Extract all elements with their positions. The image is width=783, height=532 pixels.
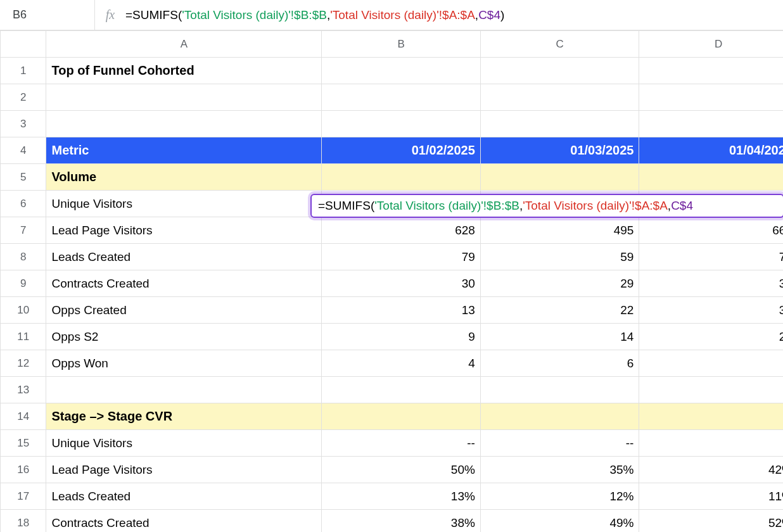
- cell-A9[interactable]: Contracts Created: [46, 270, 322, 297]
- cell-D2[interactable]: [639, 84, 783, 111]
- cell-D7[interactable]: 668: [639, 217, 783, 244]
- row-header[interactable]: 13: [1, 377, 46, 403]
- cell-A1[interactable]: Top of Funnel Cohorted: [46, 58, 322, 84]
- cell-B12[interactable]: 4: [322, 350, 481, 377]
- row-header[interactable]: 3: [1, 111, 46, 137]
- cell-C4[interactable]: 01/03/2025: [480, 137, 639, 164]
- cell-D18[interactable]: 52%: [639, 510, 783, 533]
- row-header[interactable]: 11: [1, 324, 46, 350]
- cell-D5[interactable]: [639, 164, 783, 191]
- cell-A11[interactable]: Opps S2: [46, 324, 322, 350]
- cell-A5[interactable]: Volume: [46, 164, 322, 191]
- active-cell-editor[interactable]: =SUMIFS('Total Visitors (daily)'!$B:$B,'…: [310, 194, 783, 218]
- cell-A8[interactable]: Leads Created: [46, 244, 322, 270]
- cell-D10[interactable]: 30: [639, 297, 783, 324]
- row-header[interactable]: 7: [1, 217, 46, 244]
- cell-C14[interactable]: [480, 403, 639, 430]
- row-header[interactable]: 2: [1, 84, 46, 111]
- cell-D14[interactable]: [639, 403, 783, 430]
- cell-B5[interactable]: [322, 164, 481, 191]
- select-all-corner[interactable]: [1, 31, 46, 58]
- formula-bar: B6 fx =SUMIFS('Total Visitors (daily)'!$…: [0, 0, 783, 30]
- cell-B1[interactable]: [322, 58, 481, 84]
- cell-B7[interactable]: 628: [322, 217, 481, 244]
- cell-B9[interactable]: 30: [322, 270, 481, 297]
- row-header[interactable]: 1: [1, 58, 46, 84]
- cell-D13[interactable]: [639, 377, 783, 403]
- cell-A13[interactable]: [46, 377, 322, 403]
- cell-D3[interactable]: [639, 111, 783, 137]
- row-header[interactable]: 14: [1, 403, 46, 430]
- cell-C12[interactable]: 6: [480, 350, 639, 377]
- cell-B4[interactable]: 01/02/2025: [322, 137, 481, 164]
- name-box[interactable]: B6: [0, 0, 95, 30]
- cell-D12[interactable]: 8: [639, 350, 783, 377]
- fx-icon: fx: [95, 8, 125, 22]
- cell-C10[interactable]: 22: [480, 297, 639, 324]
- row-header[interactable]: 15: [1, 430, 46, 457]
- row-header[interactable]: 12: [1, 350, 46, 377]
- cell-C2[interactable]: [480, 84, 639, 111]
- col-header-C[interactable]: C: [480, 31, 639, 58]
- cell-A6[interactable]: Unique Visitors: [46, 191, 322, 217]
- col-header-B[interactable]: B: [322, 31, 481, 58]
- cell-B17[interactable]: 13%: [322, 483, 481, 510]
- row-header[interactable]: 10: [1, 297, 46, 324]
- cell-A17[interactable]: Leads Created: [46, 483, 322, 510]
- cell-B8[interactable]: 79: [322, 244, 481, 270]
- row-header[interactable]: 18: [1, 510, 46, 533]
- row-header[interactable]: 17: [1, 483, 46, 510]
- cell-D9[interactable]: 38: [639, 270, 783, 297]
- row-header[interactable]: 4: [1, 137, 46, 164]
- row-header[interactable]: 8: [1, 244, 46, 270]
- cell-A3[interactable]: [46, 111, 322, 137]
- cell-B15[interactable]: --: [322, 430, 481, 457]
- cell-C3[interactable]: [480, 111, 639, 137]
- cell-C9[interactable]: 29: [480, 270, 639, 297]
- cell-A12[interactable]: Opps Won: [46, 350, 322, 377]
- cell-D17[interactable]: 11%: [639, 483, 783, 510]
- col-header-D[interactable]: D: [639, 31, 783, 58]
- cell-A18[interactable]: Contracts Created: [46, 510, 322, 533]
- cell-A10[interactable]: Opps Created: [46, 297, 322, 324]
- cell-C16[interactable]: 35%: [480, 457, 639, 483]
- cell-C15[interactable]: --: [480, 430, 639, 457]
- cell-C13[interactable]: [480, 377, 639, 403]
- cell-C8[interactable]: 59: [480, 244, 639, 270]
- cell-A14[interactable]: Stage –> Stage CVR: [46, 403, 322, 430]
- cell-C18[interactable]: 49%: [480, 510, 639, 533]
- cell-C7[interactable]: 495: [480, 217, 639, 244]
- cell-B10[interactable]: 13: [322, 297, 481, 324]
- cell-B14[interactable]: [322, 403, 481, 430]
- cell-A7[interactable]: Lead Page Visitors: [46, 217, 322, 244]
- row-header[interactable]: 16: [1, 457, 46, 483]
- table-row: 14 Stage –> Stage CVR: [1, 403, 784, 430]
- cell-B13[interactable]: [322, 377, 481, 403]
- cell-A4[interactable]: Metric: [46, 137, 322, 164]
- cell-D8[interactable]: 73: [639, 244, 783, 270]
- cell-A15[interactable]: Unique Visitors: [46, 430, 322, 457]
- cell-A2[interactable]: [46, 84, 322, 111]
- spreadsheet-grid[interactable]: A B C D 1 Top of Funnel Cohorted 2 3: [0, 30, 783, 532]
- cell-C5[interactable]: [480, 164, 639, 191]
- cell-D11[interactable]: 20: [639, 324, 783, 350]
- cell-B2[interactable]: [322, 84, 481, 111]
- cell-C17[interactable]: 12%: [480, 483, 639, 510]
- cell-D4[interactable]: 01/04/2025: [639, 137, 783, 164]
- col-header-A[interactable]: A: [46, 31, 322, 58]
- row-header[interactable]: 9: [1, 270, 46, 297]
- table-row: 13: [1, 377, 784, 403]
- cell-B18[interactable]: 38%: [322, 510, 481, 533]
- cell-D16[interactable]: 42%: [639, 457, 783, 483]
- formula-input[interactable]: =SUMIFS('Total Visitors (daily)'!$B:$B,'…: [125, 8, 775, 22]
- cell-D1[interactable]: [639, 58, 783, 84]
- cell-C11[interactable]: 14: [480, 324, 639, 350]
- cell-D15[interactable]: --: [639, 430, 783, 457]
- cell-B3[interactable]: [322, 111, 481, 137]
- row-header[interactable]: 5: [1, 164, 46, 191]
- cell-B11[interactable]: 9: [322, 324, 481, 350]
- cell-B16[interactable]: 50%: [322, 457, 481, 483]
- cell-C1[interactable]: [480, 58, 639, 84]
- cell-A16[interactable]: Lead Page Visitors: [46, 457, 322, 483]
- row-header[interactable]: 6: [1, 191, 46, 217]
